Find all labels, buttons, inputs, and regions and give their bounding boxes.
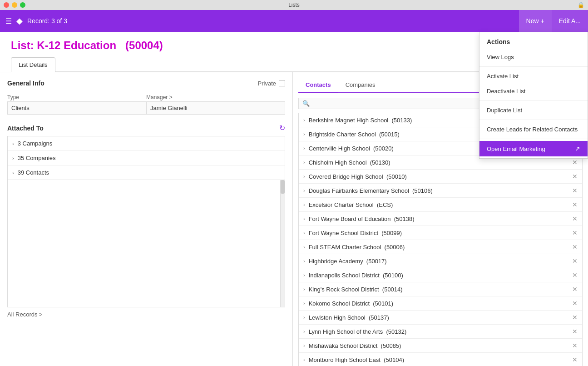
company-row[interactable]: › Mishawaka School District (50085) ✕: [299, 339, 582, 353]
companies-label: 35 Companies: [18, 155, 56, 161]
tab-list-details[interactable]: List Details: [11, 57, 55, 72]
new-button[interactable]: New +: [519, 10, 552, 32]
search-icon: 🔍: [302, 100, 310, 107]
dropdown-section-3: Duplicate List: [479, 101, 588, 120]
company-row[interactable]: › Fort Wayne Board of Education (50138) …: [299, 212, 582, 226]
company-row[interactable]: › Fort Wayne School District (50099) ✕: [299, 226, 582, 240]
chevron-icon: ›: [303, 202, 305, 207]
maximize-button[interactable]: [20, 2, 25, 8]
company-name: Douglas Fairbanks Elementary School (501…: [309, 187, 568, 194]
chevron-icon: ›: [12, 141, 14, 146]
chevron-icon: ›: [12, 170, 14, 175]
dropdown-section-1: Actions View Logs: [479, 32, 588, 67]
company-name: Excelsior Charter School (ECS): [309, 201, 568, 208]
campaigns-label: 3 Campaigns: [18, 140, 53, 147]
remove-company-icon[interactable]: ✕: [572, 215, 578, 222]
chevron-icon: ›: [303, 160, 305, 165]
chevron-icon: ›: [303, 286, 305, 292]
remove-company-icon[interactable]: ✕: [572, 271, 578, 279]
chevron-icon: ›: [303, 272, 305, 278]
company-name: Montboro High School East (50104): [309, 356, 568, 363]
scroll-thumb[interactable]: [281, 180, 285, 194]
actions-dropdown: Actions View Logs Activate List Deactiva…: [479, 32, 588, 159]
remove-company-icon[interactable]: ✕: [572, 229, 578, 236]
attached-list: › 3 Campaigns › 35 Companies › 39 Contac…: [7, 136, 285, 180]
chevron-icon: ›: [303, 244, 305, 250]
type-label: Type: [7, 92, 146, 101]
remove-company-icon[interactable]: ✕: [572, 314, 578, 321]
company-name: Covered Bridge High School (50010): [309, 173, 568, 180]
company-name: Kokomo School District (50101): [309, 300, 568, 307]
remove-company-icon[interactable]: ✕: [572, 257, 578, 265]
manager-value[interactable]: Jamie Gianelli: [146, 101, 285, 115]
remove-company-icon[interactable]: ✕: [572, 201, 578, 208]
company-row[interactable]: › Indianapolis School District (50100) ✕: [299, 268, 582, 282]
type-value[interactable]: Clients: [7, 101, 146, 115]
title-bar: Lists 🔒: [0, 0, 588, 10]
edit-button[interactable]: Edit A...: [552, 10, 588, 32]
company-row[interactable]: › Highbridge Academy (50017) ✕: [299, 254, 582, 268]
company-row[interactable]: › Kokomo School District (50101) ✕: [299, 296, 582, 311]
company-name: Indianapolis School District (50100): [309, 272, 568, 279]
chevron-icon: ›: [303, 258, 305, 264]
chevron-icon: ›: [303, 117, 305, 123]
manager-label: Manager >: [146, 92, 285, 101]
tab-companies[interactable]: Companies: [338, 78, 383, 93]
refresh-icon[interactable]: ↻: [279, 124, 285, 132]
remove-company-icon[interactable]: ✕: [572, 187, 578, 194]
attached-contacts[interactable]: › 39 Contacts: [8, 165, 285, 180]
company-row[interactable]: › Lynn High School of the Arts (50132) ✕: [299, 325, 582, 339]
scroll-track[interactable]: [280, 180, 285, 307]
company-row[interactable]: › Full STEAM Charter School (50006) ✕: [299, 240, 582, 254]
private-checkbox[interactable]: [279, 80, 285, 86]
company-name: Chisholm High School (50130): [309, 159, 568, 166]
all-records-link[interactable]: All Records >: [7, 307, 285, 321]
dropdown-section-5: Open Email Marketing ↗: [479, 139, 588, 158]
nav-bar: ☰ ◆ Record: 3 of 3 New + Edit A...: [0, 10, 588, 32]
company-row[interactable]: › Douglas Fairbanks Elementary School (5…: [299, 184, 582, 198]
remove-company-icon[interactable]: ✕: [572, 243, 578, 251]
company-row[interactable]: › Montboro High School East (50104) ✕: [299, 353, 582, 366]
chevron-icon: ›: [303, 230, 305, 236]
company-name: Highbridge Academy (50017): [309, 258, 568, 265]
lock-icon: 🔒: [578, 2, 584, 8]
activate-list-item[interactable]: Activate List: [479, 69, 588, 84]
create-leads-item[interactable]: Create Leads for Related Contacts: [479, 122, 588, 137]
duplicate-list-item[interactable]: Duplicate List: [479, 103, 588, 118]
remove-company-icon[interactable]: ✕: [572, 328, 578, 335]
remove-company-icon[interactable]: ✕: [572, 356, 578, 363]
company-row[interactable]: › Excelsior Charter School (ECS) ✕: [299, 198, 582, 212]
remove-company-icon[interactable]: ✕: [572, 342, 578, 349]
chevron-icon: ›: [303, 174, 305, 179]
deactivate-list-item[interactable]: Deactivate List: [479, 84, 588, 99]
tab-contacts[interactable]: Contacts: [298, 78, 338, 93]
remove-company-icon[interactable]: ✕: [572, 173, 578, 180]
traffic-lights: [4, 2, 25, 8]
chevron-icon: ›: [303, 131, 305, 137]
actions-header[interactable]: Actions: [479, 34, 588, 50]
minimize-button[interactable]: [12, 2, 17, 8]
open-email-marketing-item[interactable]: Open Email Marketing ↗: [479, 141, 588, 156]
attached-section: Attached To ↻ › 3 Campaigns › 35 Compani…: [7, 124, 285, 307]
remove-company-icon[interactable]: ✕: [572, 286, 578, 293]
company-name: King's Rock School District (50014): [309, 286, 568, 293]
remove-company-icon[interactable]: ✕: [572, 159, 578, 166]
company-row[interactable]: › King's Rock School District (50014) ✕: [299, 282, 582, 296]
window-title: Lists: [288, 2, 300, 8]
remove-company-icon[interactable]: ✕: [572, 300, 578, 307]
attached-header: Attached To ↻: [7, 124, 285, 132]
hamburger-icon[interactable]: ☰: [5, 17, 12, 25]
company-name: Fort Wayne School District (50099): [309, 230, 568, 236]
company-row[interactable]: › Covered Bridge High School (50010) ✕: [299, 170, 582, 184]
nav-left: ☰ ◆ Record: 3 of 3: [5, 16, 67, 26]
private-row: Private: [258, 80, 285, 87]
view-logs-item[interactable]: View Logs: [479, 50, 588, 65]
form-grid: Type Manager > Clients Jamie Gianelli: [7, 92, 285, 115]
close-button[interactable]: [4, 2, 9, 8]
company-row[interactable]: › Lewiston High School (50137) ✕: [299, 311, 582, 325]
company-name: Fort Wayne Board of Education (50138): [309, 216, 568, 222]
attached-campaigns[interactable]: › 3 Campaigns: [8, 136, 285, 151]
chevron-icon: ›: [303, 145, 305, 151]
attached-companies[interactable]: › 35 Companies: [8, 151, 285, 165]
contacts-label: 39 Contacts: [18, 169, 49, 176]
